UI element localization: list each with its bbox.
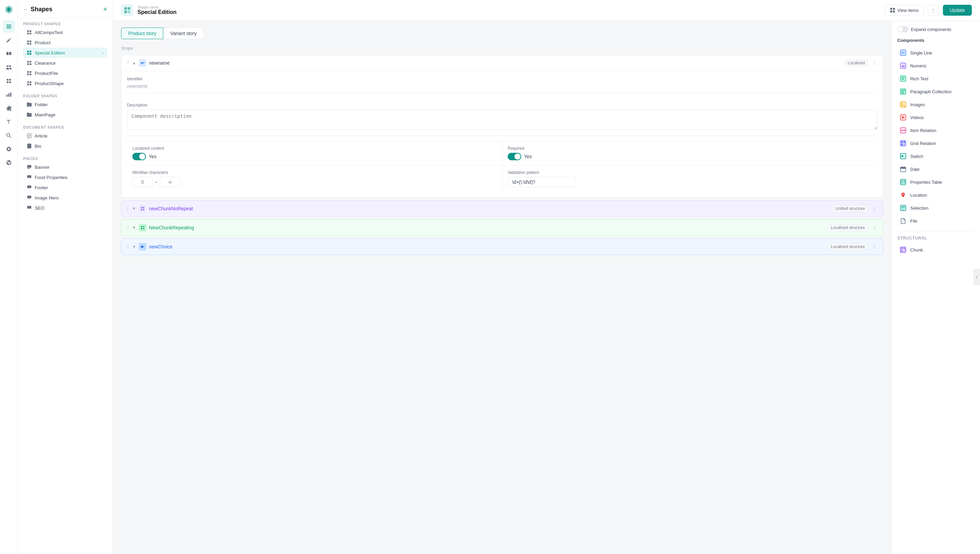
shape-icon-badge: [121, 4, 134, 16]
collapse-arrow-icon[interactable]: ▲: [132, 60, 136, 65]
collapse-arrow-1-icon[interactable]: ▼: [132, 206, 136, 211]
chunk-menu-3[interactable]: ⋮: [871, 244, 878, 250]
top-bar: Shape name Special Edition View items ⋮ …: [113, 0, 980, 21]
sidebar-item-product[interactable]: Product: [23, 37, 107, 48]
panel-item-numeric[interactable]: 42 Numeric: [897, 59, 975, 72]
chunk-badge-1: Unified structure: [832, 205, 868, 212]
drag-handle-1[interactable]: ⠿: [126, 206, 129, 211]
more-options-button[interactable]: ⋮: [928, 5, 939, 16]
panel-item-chunk[interactable]: Chunk: [897, 243, 975, 256]
sidebar: ← Shapes + Product shapes AllCompsTest P…: [18, 0, 113, 554]
back-button[interactable]: ←: [23, 7, 28, 12]
top-bar-left: Shape name Special Edition: [121, 4, 177, 16]
tab-product-story[interactable]: Product story: [121, 27, 163, 39]
panel-item-properties-table[interactable]: Properties Table: [897, 175, 975, 188]
panel-item-rich-text[interactable]: Rich Text: [897, 72, 975, 85]
sidebar-item-productfile[interactable]: ProductFile: [23, 68, 107, 78]
required-cell: Required Yes: [502, 141, 878, 165]
nav-text[interactable]: [3, 116, 15, 128]
videos-icon: [899, 114, 907, 121]
chunk-card-newchoice: ⠿ ▼ newChoice Localized structure ⋮: [121, 239, 883, 255]
sidebar-item-special-edition[interactable]: Special Edition ›: [23, 48, 107, 58]
panel-item-selection[interactable]: Selection: [897, 201, 975, 214]
svg-rect-85: [904, 183, 905, 183]
localized-yes-label: Yes: [149, 154, 156, 159]
localized-toggle[interactable]: [132, 153, 146, 160]
svg-rect-76: [900, 167, 906, 169]
panel-item-single-line[interactable]: Single Line: [897, 46, 975, 59]
nav-puzzle[interactable]: [3, 102, 15, 115]
svg-rect-55: [901, 90, 905, 91]
sidebar-item-food-properties[interactable]: Food Properties: [23, 172, 107, 182]
sidebar-item-image-hero[interactable]: Image Hero: [23, 193, 107, 203]
nav-pen[interactable]: [3, 34, 15, 46]
svg-rect-22: [30, 73, 31, 75]
collapse-arrow-2-icon[interactable]: ▼: [132, 225, 136, 230]
required-toggle[interactable]: [508, 153, 521, 160]
min-input[interactable]: [132, 177, 153, 187]
svg-rect-80: [901, 180, 903, 181]
chunk-badge-3: Localized structure: [827, 243, 868, 250]
story-tabs: Product story Variant story: [121, 27, 883, 39]
nav-users[interactable]: [3, 61, 15, 73]
nav-search[interactable]: [3, 129, 15, 142]
nav-grid[interactable]: [3, 75, 15, 87]
sidebar-item-bio[interactable]: Bio: [23, 141, 107, 151]
sidebar-item-seo[interactable]: SEO: [23, 203, 107, 213]
drag-handle[interactable]: ⠿: [126, 60, 129, 65]
sidebar-item-folder[interactable]: Folder: [23, 99, 107, 110]
update-button[interactable]: Update: [943, 5, 972, 16]
add-shape-button[interactable]: +: [103, 5, 107, 13]
svg-rect-35: [124, 11, 127, 13]
panel-item-switch[interactable]: Switch: [897, 150, 975, 162]
required-yes-label: Yes: [524, 154, 532, 159]
view-items-button[interactable]: View items: [885, 5, 924, 16]
sidebar-item-banner[interactable]: Banner: [23, 162, 107, 172]
max-input[interactable]: [160, 177, 180, 187]
sidebar-item-clearance[interactable]: Clearance: [23, 58, 107, 68]
component-menu-button[interactable]: ⋮: [871, 60, 878, 66]
nav-shapes[interactable]: [3, 21, 15, 33]
nav-globe[interactable]: [3, 156, 15, 169]
svg-rect-37: [890, 8, 892, 10]
panel-item-location[interactable]: Location: [897, 188, 975, 201]
svg-rect-82: [901, 182, 903, 182]
svg-rect-8: [30, 40, 31, 42]
expand-components-toggle[interactable]: [897, 26, 908, 32]
validation-label: Validation pattern: [508, 170, 872, 175]
description-textarea[interactable]: [127, 110, 878, 130]
panel-item-grid-relation[interactable]: Grid Relation: [897, 137, 975, 150]
nav-settings[interactable]: [3, 143, 15, 155]
validation-grid: Min/Max characters - Validation pattern: [127, 165, 878, 192]
sidebar-item-productshape[interactable]: ProductShape: [23, 78, 107, 89]
min-max-dash: -: [156, 179, 157, 185]
chunk-menu-1[interactable]: ⋮: [871, 206, 878, 211]
svg-rect-81: [904, 180, 905, 181]
tab-variant-story[interactable]: Variant story: [163, 27, 204, 39]
chunk-header-3: ⠿ ▼ newChoice Localized structure ⋮: [121, 239, 883, 255]
location-icon: [899, 191, 907, 199]
component-header-newname: ⠿ ▲ newname Localized ⋮: [121, 55, 883, 71]
sidebar-item-allcomps[interactable]: AllCompsTest: [23, 27, 107, 37]
identifier-field: Identifier newname: [127, 76, 878, 93]
single-line-icon: [899, 49, 907, 56]
panel-item-file[interactable]: File: [897, 214, 975, 227]
validation-input[interactable]: [508, 177, 576, 187]
collapse-arrow-3-icon[interactable]: ▼: [132, 244, 136, 249]
svg-point-44: [142, 246, 144, 248]
panel-item-date[interactable]: Date: [897, 162, 975, 175]
drag-handle-2[interactable]: ⠿: [126, 225, 129, 230]
sidebar-item-mainpage[interactable]: MainPage: [23, 110, 107, 120]
properties-grid: Localized content Yes Required Yes: [127, 141, 878, 165]
nav-book[interactable]: [3, 48, 15, 60]
panel-item-videos[interactable]: Videos: [897, 111, 975, 124]
pieces-section: Pieces Banner Food Properties Footer Ima…: [18, 153, 113, 214]
sidebar-item-footer[interactable]: Footer: [23, 182, 107, 193]
sidebar-item-article[interactable]: Article: [23, 131, 107, 141]
panel-item-images[interactable]: Images: [897, 98, 975, 111]
chunk-menu-2[interactable]: ⋮: [871, 225, 878, 230]
nav-chart[interactable]: [3, 89, 15, 101]
panel-item-item-relation[interactable]: Item Relation: [897, 124, 975, 137]
drag-handle-3[interactable]: ⠿: [126, 244, 129, 249]
panel-item-paragraph-collection[interactable]: Paragraph Collection: [897, 85, 975, 98]
